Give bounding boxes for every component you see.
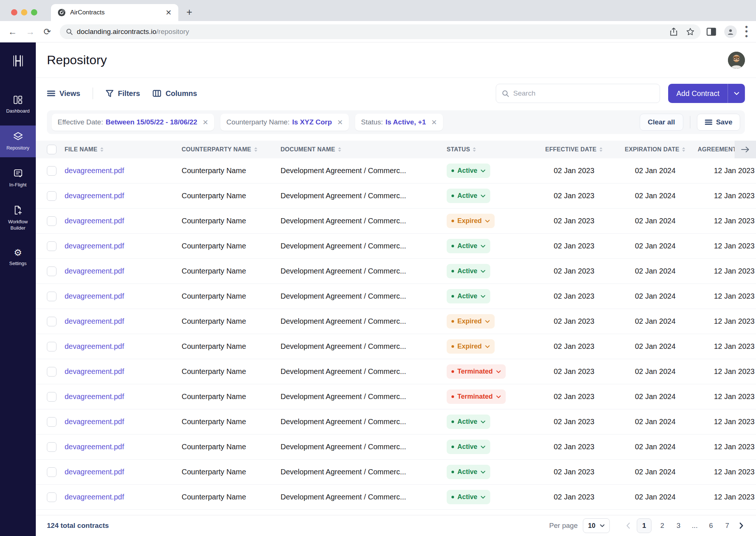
filter-chip-counterparty-name[interactable]: Counterparty Name: Is XYZ Corp ✕ — [220, 114, 349, 131]
file-name-link[interactable]: devagreement.pdf — [65, 392, 124, 401]
minimize-window-button[interactable] — [21, 9, 27, 16]
file-name-link[interactable]: devagreement.pdf — [65, 493, 124, 501]
reload-icon[interactable]: ⟳ — [44, 27, 51, 36]
clear-all-button[interactable]: Clear all — [640, 114, 683, 131]
status-badge[interactable]: Expired — [447, 314, 495, 329]
status-badge[interactable]: Active — [447, 264, 490, 278]
status-badge[interactable]: Terminated — [447, 364, 506, 379]
file-name-link[interactable]: devagreement.pdf — [65, 443, 124, 451]
sidebar-item-label: Workflow Builder — [1, 219, 34, 231]
forward-icon[interactable]: → — [26, 27, 35, 36]
file-name-link[interactable]: devagreement.pdf — [65, 317, 124, 326]
file-name-link[interactable]: devagreement.pdf — [65, 166, 124, 175]
expiration-date-cell: 02 Jan 2024 — [613, 292, 698, 300]
sidebar-item-repository[interactable]: Repository — [0, 126, 36, 157]
file-name-link[interactable]: devagreement.pdf — [65, 342, 124, 351]
per-page-select[interactable]: 10 — [583, 518, 610, 533]
back-icon[interactable]: ← — [8, 27, 17, 36]
new-tab-button[interactable]: + — [186, 7, 192, 18]
row-checkbox[interactable] — [47, 166, 56, 176]
close-tab-icon[interactable]: ✕ — [165, 9, 172, 16]
file-name-link[interactable]: devagreement.pdf — [65, 418, 124, 426]
row-checkbox[interactable] — [47, 267, 56, 276]
row-checkbox[interactable] — [47, 317, 56, 326]
row-checkbox[interactable] — [47, 442, 56, 452]
status-badge[interactable]: Active — [447, 440, 490, 454]
close-window-button[interactable] — [11, 9, 17, 16]
filters-button[interactable]: Filters — [106, 89, 140, 98]
agreement-date-cell: 12 Jan 2023 — [698, 317, 756, 326]
column-header-effective-date[interactable]: EFFECTIVE DATE — [545, 146, 603, 153]
column-header-expiration-date[interactable]: EXPIRATION DATE — [625, 146, 686, 153]
column-header-document[interactable]: DOCUMENT NAME — [281, 146, 341, 153]
row-checkbox[interactable] — [47, 492, 56, 502]
save-view-button[interactable]: Save — [697, 114, 740, 131]
status-badge[interactable]: Active — [447, 490, 490, 504]
sidebar-item-workflow-builder[interactable]: Workflow Builder — [0, 199, 36, 237]
add-contract-button[interactable]: Add Contract — [668, 84, 745, 103]
effective-date-cell: 02 Jan 2023 — [535, 242, 613, 250]
file-name-link[interactable]: devagreement.pdf — [65, 192, 124, 200]
browser-tab[interactable]: AirContracts ✕ — [51, 4, 178, 21]
filter-chip-status[interactable]: Status: Is Active, +1 ✕ — [355, 114, 443, 131]
row-checkbox[interactable] — [47, 241, 56, 251]
maximize-window-button[interactable] — [31, 9, 37, 16]
browser-profile-icon[interactable] — [724, 25, 737, 38]
select-all-checkbox[interactable] — [47, 145, 56, 154]
previous-page-button[interactable] — [625, 522, 632, 529]
user-avatar[interactable] — [728, 52, 745, 69]
row-checkbox[interactable] — [47, 467, 56, 477]
row-checkbox[interactable] — [47, 417, 56, 427]
search-input[interactable]: Search — [496, 84, 660, 103]
scroll-columns-right-button[interactable] — [735, 141, 756, 158]
status-badge[interactable]: Terminated — [447, 389, 506, 404]
address-bar[interactable]: doclanding.aircontracts.io/repository — [60, 24, 701, 39]
next-page-button[interactable] — [738, 522, 745, 529]
counterparty-name-cell: Counterparty Name — [182, 267, 281, 275]
sidebar-item-settings[interactable]: ⚙ Settings — [0, 242, 36, 273]
page-button[interactable]: 6 — [705, 519, 717, 533]
page-button[interactable]: 1 — [637, 518, 652, 533]
status-badge[interactable]: Active — [447, 415, 490, 429]
column-header-file-name[interactable]: FILE NAME — [65, 146, 104, 153]
file-name-link[interactable]: devagreement.pdf — [65, 267, 124, 275]
window-controls[interactable] — [11, 9, 37, 16]
status-badge[interactable]: Expired — [447, 339, 495, 354]
page-button[interactable]: 3 — [673, 519, 684, 533]
file-name-link[interactable]: devagreement.pdf — [65, 217, 124, 225]
chevron-down-icon[interactable] — [728, 84, 745, 103]
sidebar-item-dashboard[interactable]: Dashboard — [0, 89, 36, 120]
column-header-counterparty[interactable]: COUNTERPARTY NAME — [182, 146, 258, 153]
status-badge[interactable]: Expired — [447, 214, 495, 228]
bookmark-star-icon[interactable] — [686, 27, 695, 36]
page-button[interactable]: 7 — [722, 519, 733, 533]
close-icon[interactable]: ✕ — [337, 118, 343, 127]
sidebar-item-in-flight[interactable]: In-Flight — [0, 162, 36, 194]
file-name-link[interactable]: devagreement.pdf — [65, 367, 124, 376]
browser-menu-icon[interactable]: ••• — [745, 25, 748, 38]
file-name-link[interactable]: devagreement.pdf — [65, 242, 124, 250]
close-icon[interactable]: ✕ — [431, 118, 437, 127]
views-button[interactable]: Views — [47, 89, 80, 98]
row-checkbox[interactable] — [47, 292, 56, 301]
status-badge[interactable]: Active — [447, 164, 490, 178]
column-header-status[interactable]: STATUS — [447, 146, 476, 153]
file-name-link[interactable]: devagreement.pdf — [65, 468, 124, 476]
status-badge[interactable]: Active — [447, 289, 490, 303]
row-checkbox[interactable] — [47, 191, 56, 201]
row-checkbox[interactable] — [47, 342, 56, 351]
status-badge[interactable]: Active — [447, 465, 490, 479]
status-badge[interactable]: Active — [447, 189, 490, 203]
side-panel-icon[interactable] — [707, 27, 716, 36]
columns-button[interactable]: Columns — [152, 89, 197, 98]
close-icon[interactable]: ✕ — [202, 118, 208, 127]
table-row: devagreement.pdf Counterparty Name Devel… — [36, 209, 756, 234]
status-badge[interactable]: Active — [447, 239, 490, 253]
page-button[interactable]: 2 — [657, 519, 668, 533]
share-icon[interactable] — [670, 27, 678, 36]
filter-chip-effective-date[interactable]: Effective Date: Between 15/05/22 - 18/06… — [52, 114, 214, 131]
row-checkbox[interactable] — [47, 392, 56, 402]
row-checkbox[interactable] — [47, 216, 56, 226]
row-checkbox[interactable] — [47, 367, 56, 377]
file-name-link[interactable]: devagreement.pdf — [65, 292, 124, 300]
